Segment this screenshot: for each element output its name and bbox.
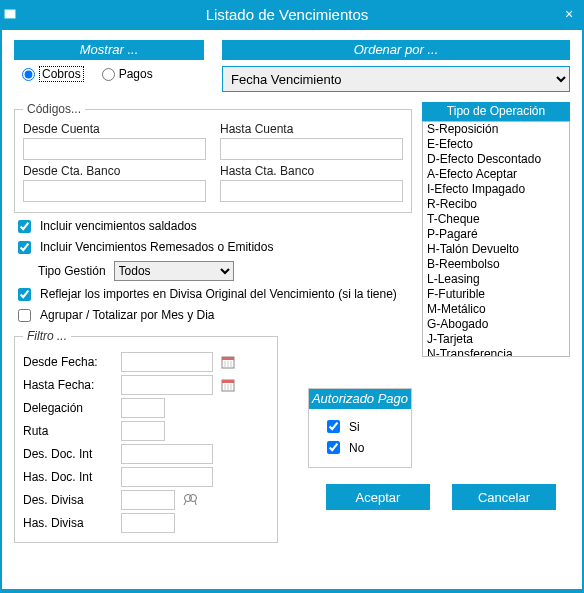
svg-rect-2: [222, 357, 234, 360]
has-doc-label: Has. Doc. Int: [23, 470, 115, 484]
des-div-input[interactable]: [121, 490, 175, 510]
ordenar-select[interactable]: Fecha Vencimiento: [222, 66, 570, 92]
check-agrupar[interactable]: Agrupar / Totalizar por Mes y Dia: [14, 308, 412, 325]
titlebar: Listado de Vencimientos ×: [0, 0, 584, 28]
check-saldados[interactable]: Incluir vencimientos saldados: [14, 219, 412, 236]
desde-cuenta-label: Desde Cuenta: [23, 122, 206, 136]
check-saldados-label: Incluir vencimientos saldados: [40, 219, 197, 233]
ruta-label: Ruta: [23, 424, 115, 438]
desde-fecha-input[interactable]: [121, 352, 213, 372]
list-item[interactable]: J-Tarjeta: [423, 332, 569, 347]
has-div-input[interactable]: [121, 513, 175, 533]
list-item[interactable]: G-Abogado: [423, 317, 569, 332]
radio-pagos-input[interactable]: [102, 68, 115, 81]
list-item[interactable]: M-Metálico: [423, 302, 569, 317]
filtro-legend: Filtro ...: [23, 329, 71, 343]
check-si[interactable]: Si: [323, 417, 401, 436]
tipo-gestion-select[interactable]: Todos: [114, 261, 234, 281]
check-agrupar-input[interactable]: [18, 309, 31, 322]
hasta-fecha-input[interactable]: [121, 375, 213, 395]
ordenar-heading: Ordenar por ...: [222, 40, 570, 60]
desde-banco-input[interactable]: [23, 180, 206, 202]
check-remesados[interactable]: Incluir Vencimientos Remesados o Emitido…: [14, 240, 412, 257]
list-item[interactable]: S-Reposición: [423, 122, 569, 137]
check-no[interactable]: No: [323, 438, 401, 457]
list-item[interactable]: B-Reembolso: [423, 257, 569, 272]
check-reflejar[interactable]: Reflejar los importes en Divisa Original…: [14, 287, 412, 304]
list-item[interactable]: N-Transferencia: [423, 347, 569, 357]
tipo-gestion-label: Tipo Gestión: [38, 264, 106, 278]
hasta-fecha-label: Hasta Fecha:: [23, 378, 115, 392]
list-item[interactable]: I-Efecto Impagado: [423, 182, 569, 197]
svg-point-12: [190, 495, 197, 502]
radio-pagos-label: Pagos: [119, 67, 153, 81]
check-reflejar-input[interactable]: [18, 288, 31, 301]
filtro-fieldset: Filtro ... Desde Fecha: Hasta Fecha:: [14, 329, 278, 543]
app-icon: [0, 8, 20, 20]
hasta-banco-label: Hasta Cta. Banco: [220, 164, 403, 178]
list-item[interactable]: A-Efecto Aceptar: [423, 167, 569, 182]
check-remesados-input[interactable]: [18, 241, 31, 254]
des-doc-label: Des. Doc. Int: [23, 447, 115, 461]
radio-cobros-input[interactable]: [22, 68, 35, 81]
check-no-label: No: [349, 441, 364, 455]
list-item[interactable]: F-Futurible: [423, 287, 569, 302]
window-title: Listado de Vencimientos: [20, 6, 554, 23]
calendar-icon[interactable]: [219, 353, 237, 371]
desde-cuenta-input[interactable]: [23, 138, 206, 160]
check-agrupar-label: Agrupar / Totalizar por Mes y Dia: [40, 308, 215, 322]
desde-fecha-label: Desde Fecha:: [23, 355, 115, 369]
check-remesados-label: Incluir Vencimientos Remesados o Emitido…: [40, 240, 273, 254]
desde-banco-label: Desde Cta. Banco: [23, 164, 206, 178]
list-item[interactable]: D-Efecto Descontado: [423, 152, 569, 167]
autorizado-heading: Autorizado Pago: [309, 389, 411, 409]
mostrar-heading: Mostrar ...: [14, 40, 204, 60]
check-si-label: Si: [349, 420, 360, 434]
list-item[interactable]: L-Leasing: [423, 272, 569, 287]
codigos-fieldset: Códigos... Desde Cuenta Hasta Cuenta Des…: [14, 102, 412, 213]
svg-rect-0: [5, 10, 15, 18]
ruta-input[interactable]: [121, 421, 165, 441]
tipo-operacion-list[interactable]: S-ReposiciónE-EfectoD-Efecto DescontadoA…: [422, 121, 570, 357]
aceptar-button[interactable]: Aceptar: [326, 484, 430, 510]
list-item[interactable]: R-Recibo: [423, 197, 569, 212]
has-div-label: Has. Divisa: [23, 516, 115, 530]
des-div-label: Des. Divisa: [23, 493, 115, 507]
radio-cobros[interactable]: Cobros: [22, 66, 84, 82]
hasta-cuenta-input[interactable]: [220, 138, 403, 160]
check-reflejar-label: Reflejar los importes en Divisa Original…: [40, 287, 397, 301]
codigos-legend: Códigos...: [23, 102, 85, 116]
list-item[interactable]: H-Talón Devuelto: [423, 242, 569, 257]
delegacion-input[interactable]: [121, 398, 165, 418]
svg-line-14: [195, 501, 196, 505]
svg-line-13: [184, 501, 186, 505]
close-icon[interactable]: ×: [554, 6, 584, 22]
radio-pagos[interactable]: Pagos: [102, 66, 153, 82]
check-no-input[interactable]: [327, 441, 340, 454]
autorizado-box: Autorizado Pago Si No: [308, 388, 412, 468]
check-si-input[interactable]: [327, 420, 340, 433]
has-doc-input[interactable]: [121, 467, 213, 487]
list-item[interactable]: E-Efecto: [423, 137, 569, 152]
radio-cobros-label: Cobros: [39, 66, 84, 82]
search-icon[interactable]: [181, 491, 199, 509]
calendar-icon[interactable]: [219, 376, 237, 394]
des-doc-input[interactable]: [121, 444, 213, 464]
delegacion-label: Delegación: [23, 401, 115, 415]
list-item[interactable]: T-Cheque: [423, 212, 569, 227]
svg-rect-7: [222, 380, 234, 383]
hasta-cuenta-label: Hasta Cuenta: [220, 122, 403, 136]
hasta-banco-input[interactable]: [220, 180, 403, 202]
tipo-operacion-heading: Tipo de Operación: [422, 102, 570, 121]
check-saldados-input[interactable]: [18, 220, 31, 233]
list-item[interactable]: P-Pagaré: [423, 227, 569, 242]
cancelar-button[interactable]: Cancelar: [452, 484, 556, 510]
